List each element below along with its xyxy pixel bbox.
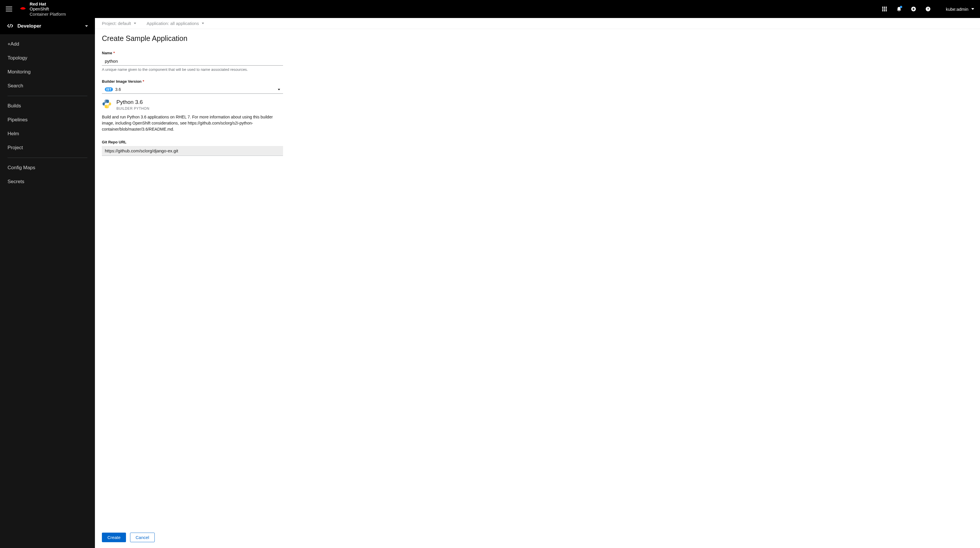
- page-title: Create Sample Application: [102, 34, 973, 43]
- help-icon[interactable]: ?: [926, 6, 931, 12]
- project-selector[interactable]: Project: default: [102, 21, 136, 26]
- brand-text: Red Hat OpenShift Container Platform: [30, 2, 66, 17]
- caret-down-icon: [202, 23, 204, 24]
- caret-down-icon: [85, 25, 88, 27]
- user-menu[interactable]: kube:admin: [946, 7, 974, 12]
- builder-version-value: 3.6: [115, 87, 121, 92]
- page-content: Create Sample Application Name* A unique…: [95, 29, 980, 529]
- nav-item-search[interactable]: Search: [0, 79, 95, 93]
- form-group-name: Name* A unique name given to the compone…: [102, 51, 283, 72]
- brand[interactable]: Red Hat OpenShift Container Platform: [19, 2, 66, 17]
- notification-dot-icon: [900, 6, 902, 8]
- name-label-text: Name: [102, 51, 112, 55]
- application-label: Application: all applications: [146, 21, 199, 26]
- main-content: Project: default Application: all applic…: [95, 18, 980, 548]
- builder-label-text: Builder Image Version: [102, 79, 142, 84]
- nav-toggle-button[interactable]: [6, 7, 12, 11]
- builder-title: Python 3.6: [116, 99, 150, 105]
- caret-down-icon: [971, 8, 974, 10]
- svg-rect-9: [886, 10, 887, 11]
- svg-rect-1: [882, 7, 883, 8]
- nav-item-topology[interactable]: Topology: [0, 51, 95, 65]
- nav-item-secrets[interactable]: Secrets: [0, 175, 95, 189]
- required-asterisk: *: [113, 51, 115, 55]
- redhat-logo-icon: [19, 6, 27, 12]
- nav: +Add Topology Monitoring Search Builds P…: [0, 34, 95, 192]
- name-label: Name*: [102, 51, 283, 55]
- code-icon: [7, 24, 13, 29]
- nav-item-config-maps[interactable]: Config Maps: [0, 161, 95, 175]
- brand-line3: Container Platform: [30, 12, 66, 17]
- nav-item-pipelines[interactable]: Pipelines: [0, 113, 95, 127]
- git-url-input: [102, 146, 283, 156]
- perspective-label: Developer: [18, 23, 41, 29]
- notifications-icon[interactable]: [896, 6, 902, 12]
- svg-rect-3: [886, 7, 887, 8]
- svg-rect-8: [884, 10, 885, 11]
- cancel-button[interactable]: Cancel: [130, 533, 155, 542]
- name-help-text: A unique name given to the component tha…: [102, 67, 283, 72]
- app-launcher-icon[interactable]: [882, 6, 887, 12]
- context-bar: Project: default Application: all applic…: [95, 18, 980, 29]
- create-button[interactable]: Create: [102, 533, 126, 542]
- builder-version-select[interactable]: IST 3.6: [102, 85, 283, 94]
- builder-description: Build and run Python 3.6 applications on…: [102, 114, 283, 132]
- nav-divider: [8, 96, 88, 96]
- user-name: kube:admin: [946, 7, 968, 12]
- ist-badge: IST: [105, 87, 113, 91]
- nav-item-monitoring[interactable]: Monitoring: [0, 65, 95, 79]
- nav-item-project[interactable]: Project: [0, 141, 95, 155]
- svg-rect-6: [886, 8, 887, 10]
- python-logo-icon: [102, 99, 112, 109]
- form-group-git: Git Repo URL: [102, 140, 283, 156]
- masthead: Red Hat OpenShift Container Platform: [0, 0, 980, 18]
- application-selector[interactable]: Application: all applications: [146, 21, 204, 26]
- nav-item-builds[interactable]: Builds: [0, 99, 95, 113]
- form-footer: Create Cancel: [95, 529, 980, 548]
- builder-info: Python 3.6 BUILDER PYTHON: [102, 99, 283, 111]
- name-input[interactable]: [102, 57, 283, 65]
- git-label: Git Repo URL: [102, 140, 283, 144]
- required-asterisk: *: [143, 79, 144, 84]
- caret-down-icon: [134, 23, 136, 24]
- svg-rect-4: [882, 8, 883, 10]
- sidebar: Developer +Add Topology Monitoring Searc…: [0, 18, 95, 548]
- nav-item-helm[interactable]: Helm: [0, 127, 95, 141]
- perspective-switcher[interactable]: Developer: [0, 18, 95, 34]
- plus-icon[interactable]: [911, 6, 916, 12]
- nav-divider: [8, 157, 88, 158]
- svg-rect-7: [882, 10, 883, 11]
- svg-text:?: ?: [927, 7, 929, 11]
- toolbar-icons: ? kube:admin: [882, 6, 974, 12]
- svg-rect-2: [884, 7, 885, 8]
- svg-line-15: [10, 24, 11, 27]
- project-label: Project: default: [102, 21, 131, 26]
- brand-line2: OpenShift: [30, 6, 49, 11]
- builder-tags: BUILDER PYTHON: [116, 106, 150, 111]
- caret-down-icon: [278, 89, 280, 90]
- builder-label: Builder Image Version*: [102, 79, 283, 84]
- form-group-builder: Builder Image Version* IST 3.6: [102, 79, 283, 132]
- svg-rect-12: [912, 9, 915, 9]
- svg-rect-5: [884, 8, 885, 10]
- brand-line1: Red Hat: [30, 2, 46, 6]
- nav-item-add[interactable]: +Add: [0, 37, 95, 51]
